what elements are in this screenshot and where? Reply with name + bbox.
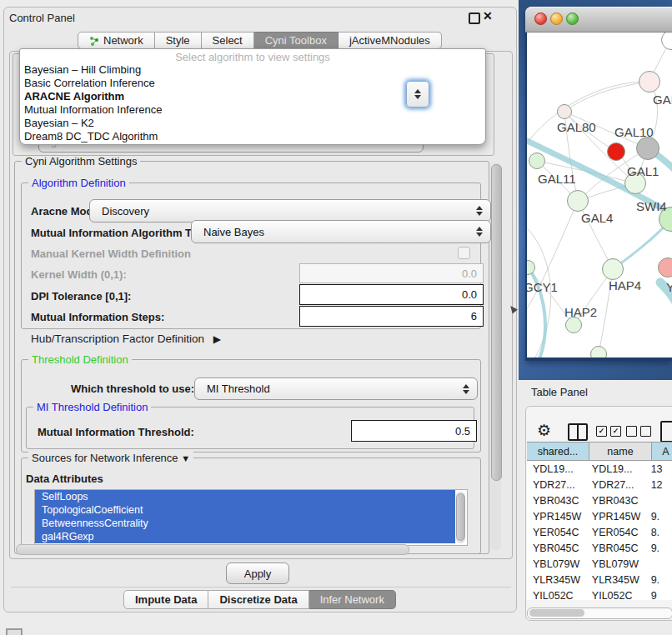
- kernel-width-field[interactable]: 0.0: [299, 263, 484, 283]
- column-header-0[interactable]: shared...: [527, 442, 589, 461]
- tab-network[interactable]: Network: [78, 32, 155, 49]
- table-row[interactable]: YBR043CYBR043C: [527, 492, 672, 508]
- mi-threshold-label: Mutual Information Threshold:: [38, 426, 194, 438]
- table-hscrollbar[interactable]: [527, 608, 672, 619]
- network-node[interactable]: [565, 317, 582, 333]
- attributes-scrollbar-thumb[interactable]: [456, 493, 465, 541]
- table-cell: YDL19...: [527, 463, 586, 475]
- settings-scrollbar-thumb[interactable]: [491, 164, 502, 481]
- table-row[interactable]: YPR145WYPR145W9.: [527, 508, 672, 524]
- attribute-item-selected[interactable]: BetweennessCentrality: [35, 517, 455, 530]
- dpi-tolerance-field[interactable]: 0.0: [299, 284, 484, 305]
- table-cell: YDR27...: [586, 479, 645, 491]
- hub-definition-label: Hub/Transcription Factor Definition: [31, 332, 204, 345]
- network-node[interactable]: [639, 71, 660, 92]
- cyni-settings-title: Cyni Algorithm Settings: [22, 155, 140, 168]
- node-label: HAP4: [609, 278, 641, 292]
- network-node[interactable]: [590, 346, 607, 361]
- close-icon[interactable]: ✕: [483, 9, 493, 22]
- table-row[interactable]: YDR27...YDR27...12: [527, 477, 672, 492]
- table-cell: YBL079W: [586, 558, 645, 570]
- tab-discretize-data[interactable]: Discretize Data: [208, 590, 308, 609]
- network-window[interactable]: GALGAL80GAL10GAL1GAL11SWI4GAL4GCY1HAP4YH…: [525, 7, 672, 361]
- screen: Control Panel ✕ NetworkStyleSelectCyni T…: [0, 0, 672, 635]
- table-cell: 9.: [645, 574, 672, 586]
- attribute-item-selected[interactable]: SelfLoops: [35, 490, 455, 503]
- network-node[interactable]: [602, 258, 624, 280]
- tab-impute-data[interactable]: Impute Data: [123, 590, 208, 609]
- sources-title: Sources for Network Inference: [32, 452, 178, 464]
- expand-right-icon: ▶: [213, 333, 221, 345]
- zoom-traffic-light-icon[interactable]: [566, 12, 579, 25]
- network-node[interactable]: [557, 104, 572, 119]
- mi-steps-label: Mutual Information Steps:: [31, 311, 164, 323]
- settings-hscrollbar[interactable]: [16, 544, 409, 555]
- column-header-2[interactable]: A: [652, 442, 672, 461]
- gear-icon[interactable]: ⚙: [537, 421, 551, 440]
- panel-divider: [11, 587, 511, 588]
- minimize-traffic-light-icon[interactable]: [550, 12, 563, 25]
- close-traffic-light-icon[interactable]: [534, 12, 547, 25]
- spinner-icon: [414, 89, 421, 99]
- tab-label: Style: [166, 34, 190, 47]
- which-threshold-combo[interactable]: MI Threshold: [194, 378, 478, 400]
- mi-threshold-field[interactable]: 0.5: [351, 420, 477, 442]
- apply-button[interactable]: Apply: [226, 562, 289, 584]
- node-label: SWI4: [636, 199, 667, 213]
- which-threshold-label: Which threshold to use:: [71, 382, 194, 395]
- tab-infer-network[interactable]: Infer Network: [309, 590, 396, 609]
- algorithm-definition-title: Algorithm Definition: [28, 177, 129, 189]
- table-row[interactable]: YIL052CYIL052C9: [527, 588, 672, 600]
- node-label: GCY1: [525, 280, 558, 294]
- aracne-mode-combo[interactable]: Discovery: [89, 199, 491, 222]
- algorithm-option[interactable]: Bayesian – Hill Climbing: [20, 63, 485, 77]
- select-all-checks-icon[interactable]: ✓✓: [596, 426, 621, 437]
- attribute-item-selected[interactable]: TopologicalCoefficient: [35, 503, 455, 517]
- dock-grip-icon[interactable]: [6, 628, 23, 635]
- table-cell: YPR145W: [586, 511, 645, 522]
- network-icon: [89, 36, 99, 46]
- table-cell: YDR27...: [527, 479, 586, 491]
- dropdown-placeholder: Select algorithm to view settings: [20, 51, 485, 63]
- mi-steps-field[interactable]: 6: [299, 306, 484, 327]
- hub-definition-expander[interactable]: Hub/Transcription Factor Definition ▶: [31, 332, 221, 345]
- spinner-icon: [463, 384, 469, 394]
- settings-scrollbar[interactable]: [490, 162, 501, 551]
- node-label: GAL: [653, 92, 672, 107]
- deselect-all-checks-icon[interactable]: [626, 426, 651, 437]
- column-header-1[interactable]: name: [589, 442, 652, 461]
- mi-type-combo[interactable]: Naive Bayes: [191, 220, 491, 243]
- table-row[interactable]: YLR345WYLR345W9.: [527, 572, 672, 588]
- table-hscrollbar-thumb[interactable]: [529, 609, 584, 617]
- algorithm-combo-spinner[interactable]: [406, 81, 429, 108]
- tab-jactivemnodules[interactable]: jActiveMNodules: [339, 32, 442, 49]
- tab-cyni-toolbox[interactable]: Cyni Toolbox: [254, 32, 339, 49]
- kernel-width-value: 0.0: [462, 268, 477, 280]
- split-view-icon[interactable]: [568, 423, 588, 441]
- network-window-titlebar[interactable]: [525, 7, 672, 32]
- table-row[interactable]: YER054CYER054C8.: [527, 524, 672, 540]
- table-row[interactable]: YDL19...YDL19...13: [527, 461, 672, 477]
- checked-checkbox-icon: ✓: [610, 426, 621, 437]
- table-row[interactable]: YBL079WYBL079W: [527, 556, 672, 572]
- algorithm-option[interactable]: Bayesian – K2: [20, 117, 485, 130]
- table-cell: YLR345W: [586, 574, 645, 586]
- network-node[interactable]: [658, 258, 672, 278]
- data-attributes-list[interactable]: SelfLoopsTopologicalCoefficientBetweenne…: [34, 489, 468, 546]
- sources-title-row[interactable]: Sources for Network Inference ▼: [28, 452, 193, 464]
- tab-style[interactable]: Style: [155, 32, 202, 49]
- attribute-item-selected[interactable]: gal4RGexp: [35, 530, 455, 543]
- attributes-scrollbar[interactable]: [456, 492, 465, 543]
- table-row[interactable]: YBR045CYBR045C9.: [527, 540, 672, 556]
- network-node[interactable]: [636, 137, 659, 160]
- network-canvas[interactable]: GALGAL80GAL10GAL1GAL11SWI4GAL4GCY1HAP4YH…: [525, 32, 672, 361]
- tab-select[interactable]: Select: [202, 32, 254, 49]
- algorithm-option[interactable]: Dream8 DC_TDC Algorithm: [20, 130, 485, 143]
- network-node[interactable]: [607, 142, 625, 161]
- document-icon[interactable]: [660, 421, 672, 442]
- network-node[interactable]: [567, 190, 589, 212]
- checked-checkbox-icon: ✓: [596, 426, 607, 437]
- network-node[interactable]: [529, 152, 545, 169]
- float-window-icon[interactable]: [469, 12, 480, 24]
- manual-kernel-checkbox[interactable]: [458, 247, 470, 259]
